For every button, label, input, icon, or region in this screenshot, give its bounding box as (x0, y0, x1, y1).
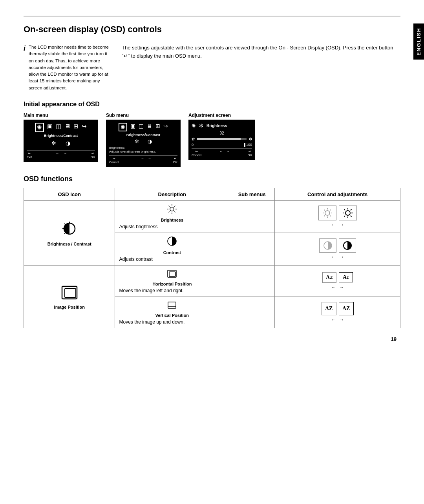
image-position-label: Image Position (54, 305, 85, 309)
vert-pos-description: Moves the image up and down. (119, 319, 225, 325)
osd-icon-refresh: 🖥 (64, 123, 70, 132)
svg-rect-36 (65, 289, 76, 297)
ctrl-contrast-left: ← (331, 254, 336, 260)
vert-pos-desc-cell: Vertical Position Moves the image up and… (115, 297, 229, 328)
svg-line-31 (344, 216, 345, 217)
osd-icon-image-pos: ▣ (47, 123, 53, 132)
exit-icon-main: ↪ (28, 152, 31, 155)
intro-right-text: The settings adjustable with the user co… (122, 44, 400, 91)
osd-icon-exit: ↪ (82, 123, 87, 132)
svg-line-19 (324, 210, 325, 211)
left-arrow-sub: ← (141, 157, 144, 164)
vert-pos-control-cell: AZ AZ ← → (275, 297, 400, 328)
table-header-row: OSD Icon Description Sub menus Control a… (24, 188, 400, 200)
brightness-contrast-big-icon (60, 219, 79, 240)
osd-icon-image-size: ◫ (56, 123, 61, 132)
sub-icon-osd: ⊞ (155, 123, 160, 131)
svg-line-13 (169, 211, 170, 212)
svg-line-20 (330, 215, 331, 216)
sun-icon-sub: ✼ (135, 138, 139, 144)
brightness-desc-cell: Brightness Adjusts brightness (115, 200, 229, 233)
ctrl-contrast-after (339, 238, 356, 253)
ctrl-vert-right: → (340, 317, 344, 322)
horiz-pos-sub-label: Horizontal Position (152, 282, 192, 286)
brightness-contrast-icon-cell: Brightness / Contrast (24, 200, 115, 265)
vert-pos-sub-label: Vertical Position (155, 313, 189, 318)
image-position-big-icon (61, 284, 78, 303)
adj-range: 0 100 (192, 143, 252, 147)
horiz-pos-submenus-cell (229, 265, 275, 297)
th-submenus: Sub menus (229, 188, 275, 200)
adjustment-screen: ✺ ✼ Brightness 92 ✿ ✼ 0 100 (188, 120, 255, 160)
th-description: Description (115, 188, 229, 200)
osd-screens-area: Main menu ✺ ▣ ◫ 🖥 ⊞ ↪ Brightness/Contras… (24, 113, 400, 167)
svg-point-23 (345, 211, 350, 215)
image-position-icon-cell: Image Position (24, 265, 115, 328)
contrast-description: Adjusts contrast (119, 257, 225, 262)
page-number: 19 (24, 336, 400, 342)
contrast-submenus-cell (229, 233, 275, 265)
th-osd-icon: OSD Icon (24, 188, 115, 200)
horiz-pos-icon (167, 269, 177, 279)
ok-icon-sub: ↵ (174, 157, 177, 160)
initial-appearance-heading: Initial appearance of OSD (24, 101, 400, 108)
right-arrow-sub: → (148, 157, 151, 164)
svg-line-28 (344, 209, 345, 211)
ctrl-brightness-after (339, 206, 357, 220)
adjustment-screen-block: Adjustment screen ✺ ✼ Brightness 92 ✿ ✼ … (188, 113, 255, 160)
ctrl-horiz-left: ← (331, 284, 336, 290)
osd-icon-osd: ⊞ (73, 123, 79, 132)
th-control: Control and adjustments (275, 188, 400, 200)
svg-point-5 (170, 207, 174, 211)
right-arrow-main: → (64, 152, 67, 159)
svg-point-14 (325, 211, 330, 215)
sub-menu-screen: ✺ ▣ ◫ 🖥 ⊞ ↪ Brightness/Contrast ✼ ◑ Brig… (106, 120, 181, 167)
horiz-pos-desc-cell: Horizontal Position Moves the image left… (115, 265, 229, 297)
adj-cancel-icon: ↪ (195, 150, 198, 153)
adj-ok-icon: ↵ (249, 150, 251, 153)
svg-line-21 (330, 210, 331, 211)
language-tab: ENGLISH (413, 24, 424, 60)
vert-pos-icon (167, 300, 177, 310)
brightness-submenus-cell (229, 200, 275, 233)
sub-icon-brightness: ✺ (119, 123, 127, 131)
sub-icon-image-pos: ▣ (130, 123, 135, 131)
main-menu-screen: ✺ ▣ ◫ 🖥 ⊞ ↪ Brightness/Contrast ✼ ◑ ↪ Ex… (24, 120, 98, 162)
svg-line-29 (350, 216, 351, 217)
contrast-sub-icon (167, 236, 177, 246)
contrast-control-cell: ← → (275, 233, 400, 265)
brightness-description: Adjusts brightness (119, 224, 225, 229)
ctrl-horiz-before: AZ (322, 272, 336, 283)
horiz-pos-control-cell: AZ Az ← → (275, 265, 400, 297)
left-arrow-main: ← (56, 152, 59, 159)
adj-right-arrow: → (227, 150, 230, 157)
brightness-sub-label: Brightness (161, 218, 183, 222)
svg-line-2 (64, 224, 66, 225)
contrast-sub-label: Contrast (163, 250, 181, 255)
svg-line-22 (324, 215, 325, 216)
ctrl-brightness-right: → (340, 222, 344, 227)
adj-sun-icon: ✺ (192, 123, 196, 129)
ctrl-contrast-before (319, 238, 336, 253)
adjustment-screen-label: Adjustment screen (188, 113, 255, 118)
circle-half-icon-sub: ◑ (148, 138, 152, 144)
sub-menu-block: Sub menu ✺ ▣ ◫ 🖥 ⊞ ↪ Brightness/Contrast… (106, 113, 181, 167)
svg-line-30 (350, 209, 351, 211)
svg-rect-38 (169, 272, 175, 277)
ctrl-vert-before: AZ (322, 302, 336, 315)
main-menu-label: Main menu (24, 113, 98, 118)
image-position-svg (61, 284, 78, 301)
sub-menu-label: Sub menu (106, 113, 181, 118)
ctrl-horiz-after: Az (339, 272, 353, 282)
sub-icon-refresh: 🖥 (147, 123, 152, 131)
contrast-desc-cell: Contrast Adjusts contrast (115, 233, 229, 265)
cancel-icon-sub: ↪ (113, 157, 115, 160)
ok-icon-main: ↵ (91, 152, 94, 155)
sub-icon-image-size: ◫ (139, 123, 144, 131)
page-title: On-screen display (OSD) controls (24, 24, 400, 35)
intro-left-text: The LCD monitor needs time to become the… (29, 44, 110, 91)
table-row-brightness-contrast: Brightness / Contrast (24, 200, 400, 233)
vert-pos-submenus-cell (229, 297, 275, 328)
svg-line-4 (64, 233, 66, 234)
osd-icon-brightness: ✺ (35, 123, 44, 132)
